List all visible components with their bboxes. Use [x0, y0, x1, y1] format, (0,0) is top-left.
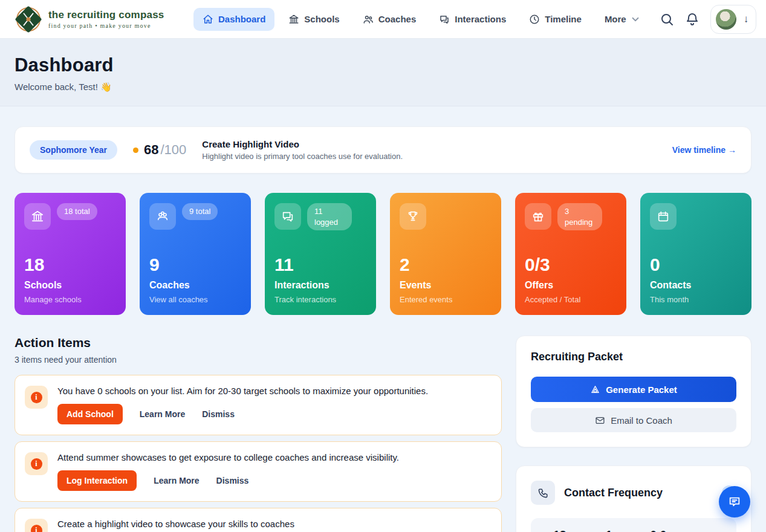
stat-card-offers[interactable]: 3 pending 0/3 Offers Accepted / Total — [515, 193, 626, 315]
brand-name: the recruiting compass — [48, 9, 164, 21]
contact-frequency-panel: Contact Frequency 1 18 Total Logged 1 La… — [516, 465, 751, 532]
user-menu-arrow-icon: ↓ — [744, 13, 749, 25]
stat-sublabel: View all coaches — [149, 295, 241, 304]
action-item-schools: i You have 0 schools on your list. Aim f… — [15, 375, 502, 435]
stat-badge: 9 total — [182, 203, 218, 220]
action-item-text: Attend summer showcases to get exposure … — [57, 452, 492, 462]
log-interaction-button[interactable]: Log Interaction — [57, 470, 137, 491]
stat-card-schools[interactable]: 18 total 18 Schools Manage schools — [15, 193, 126, 315]
stat-card-coaches[interactable]: 9 total 9 Coaches View all coaches — [140, 193, 251, 315]
generate-packet-icon — [590, 384, 600, 395]
dismiss-button[interactable]: Dismiss — [202, 409, 235, 419]
chat-fab-button[interactable] — [719, 486, 750, 517]
chevron-down-icon — [630, 14, 641, 25]
stat-sublabel: Accepted / Total — [525, 295, 617, 304]
score-dot-icon — [133, 148, 138, 153]
info-icon: i — [25, 386, 48, 409]
action-item-highlight-video: i Create a highlight video to showcase y… — [15, 508, 502, 532]
stat-sublabel: Manage schools — [24, 295, 116, 304]
main-content: Sophomore Year 68/100 Create Highlight V… — [0, 106, 766, 532]
nav-coaches[interactable]: Coaches — [354, 8, 426, 31]
stat-sublabel: Track interactions — [274, 295, 366, 304]
notifications-bell-icon[interactable] — [685, 12, 699, 27]
trophy-icon — [406, 210, 420, 223]
action-items-section: Action Items 3 items need your attention… — [15, 336, 502, 532]
stat-value: 18 — [24, 255, 116, 275]
school-icon — [288, 14, 299, 25]
stat-label: Coaches — [149, 280, 241, 291]
milestone-card: Sophomore Year 68/100 Create Highlight V… — [15, 126, 751, 174]
stat-value: 0 — [650, 255, 742, 275]
stat-label: Offers — [525, 280, 617, 291]
email-to-coach-button[interactable]: Email to Coach — [531, 408, 736, 432]
nav-schools[interactable]: Schools — [279, 8, 348, 31]
learn-more-button[interactable]: Learn More — [140, 409, 185, 419]
view-timeline-link[interactable]: View timeline → — [672, 145, 736, 155]
stat-label: Schools — [24, 280, 116, 291]
brand-tagline: find your path • make your move — [48, 22, 164, 29]
search-icon[interactable] — [660, 12, 674, 27]
action-items-subtitle: 3 items need your attention — [15, 355, 502, 365]
nav-dashboard[interactable]: Dashboard — [193, 8, 274, 31]
stat-card-interactions[interactable]: 11 logged 11 Interactions Track interact… — [265, 193, 376, 315]
phone-icon — [531, 481, 555, 505]
stat-badge: 3 pending — [557, 203, 602, 230]
stats-grid: 18 total 18 Schools Manage schools 9 tot… — [15, 193, 751, 315]
stat-value: 0/3 — [525, 255, 617, 275]
milestone-title: Create Highlight Video — [202, 139, 403, 149]
stat-value: 2 — [400, 255, 492, 275]
user-menu[interactable]: ↓ — [710, 5, 757, 34]
stat-badge: 18 total — [57, 203, 97, 220]
cf-stat-total: 18 Total Logged — [537, 528, 583, 532]
nav-interactions[interactable]: Interactions — [430, 8, 515, 31]
user-avatar — [716, 9, 736, 30]
main-nav: Dashboard Schools Coaches Interactions T… — [193, 8, 650, 31]
stat-sublabel: This month — [650, 295, 742, 304]
action-items-title: Action Items — [15, 336, 502, 350]
recruiting-packet-panel: Recruiting Packet Generate Packet Email … — [516, 336, 751, 447]
stat-label: Contacts — [650, 280, 742, 291]
dismiss-button[interactable]: Dismiss — [216, 476, 249, 485]
stat-sublabel: Entered events — [400, 295, 492, 304]
page-title: Dashboard — [15, 54, 751, 76]
action-item-showcases: i Attend summer showcases to get exposur… — [15, 441, 502, 502]
cf-stat-fourth: 14 — [685, 528, 731, 532]
contact-frequency-title: Contact Frequency — [564, 487, 713, 499]
calendar-icon — [657, 210, 670, 223]
bank-icon — [31, 210, 44, 223]
readiness-score: 68/100 — [133, 142, 186, 158]
header-actions: ↓ — [660, 5, 757, 34]
action-item-text: You have 0 schools on your list. Aim for… — [57, 386, 492, 396]
chat-bubble-icon — [728, 495, 741, 508]
cf-stat-last7: 1 Last 7 Days — [586, 528, 632, 532]
stat-value: 9 — [149, 255, 241, 275]
milestone-description: Highlight video is primary tool coaches … — [202, 152, 403, 161]
stat-label: Events — [400, 280, 492, 291]
cf-stat-avg: 0.6 Avg/Month — [635, 528, 681, 532]
add-school-button[interactable]: Add School — [57, 404, 123, 424]
home-icon — [203, 14, 213, 25]
nav-timeline[interactable]: Timeline — [520, 8, 591, 31]
info-icon: i — [25, 452, 48, 475]
chat-bubbles-icon — [281, 210, 294, 223]
stat-label: Interactions — [274, 280, 366, 291]
nav-more[interactable]: More — [596, 8, 650, 31]
clock-icon — [529, 14, 540, 25]
top-navbar: the recruiting compass find your path • … — [0, 0, 766, 39]
compass-logo-icon — [15, 5, 42, 33]
stat-card-events[interactable]: 2 Events Entered events — [390, 193, 501, 315]
page-header: Dashboard Welcome back, Test! 👋 — [0, 39, 766, 106]
action-item-text: Create a highlight video to showcase you… — [57, 519, 492, 529]
users-icon — [363, 14, 374, 25]
users-icon — [156, 210, 169, 223]
stat-value: 11 — [274, 255, 366, 275]
email-icon — [595, 415, 605, 426]
contact-frequency-stats: 18 Total Logged 1 Last 7 Days 0.6 Avg/Mo… — [531, 518, 736, 532]
recruiting-packet-title: Recruiting Packet — [531, 351, 736, 363]
stat-card-contacts[interactable]: 0 Contacts This month — [640, 193, 751, 315]
welcome-message: Welcome back, Test! 👋 — [15, 82, 751, 92]
grade-year-badge: Sophomore Year — [30, 140, 117, 160]
generate-packet-button[interactable]: Generate Packet — [531, 377, 736, 402]
learn-more-button[interactable]: Learn More — [154, 476, 199, 485]
brand[interactable]: the recruiting compass find your path • … — [15, 5, 184, 33]
